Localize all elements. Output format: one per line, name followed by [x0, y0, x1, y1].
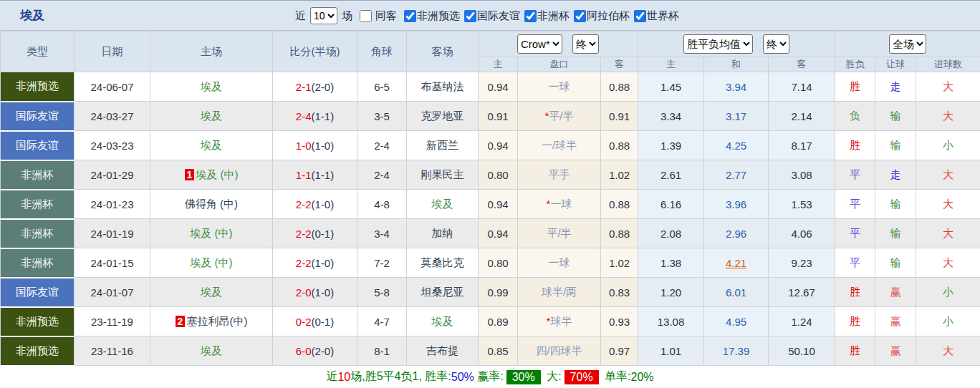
match-date: 24-06-07 [75, 72, 150, 102]
subcol-hcap-away: 客 [601, 57, 638, 72]
col-header-score: 比分(半场) [273, 31, 357, 72]
col-header-type: 类型 [1, 31, 75, 72]
handicap-home-odds: 0.94 [479, 190, 518, 219]
odds-type-select[interactable]: 胜平负均值 [683, 34, 753, 54]
corner-score: 7-2 [357, 248, 407, 278]
table-row: 非洲杯 24-01-15 埃及 (中) 2-2(1-0) 7-2 莫桑比克 0.… [1, 248, 980, 278]
rank-badge: 1 [185, 169, 195, 180]
subcol-odds-draw: 和 [704, 57, 769, 72]
subcol-goals: 进球数 [916, 57, 980, 72]
filter-friendly-label: 国际友谊 [477, 9, 520, 23]
subcol-odds-home: 主 [638, 57, 704, 72]
handicap-result-cell: 赢 [875, 336, 916, 366]
odds-away: 50.10 [769, 336, 835, 366]
filter-world-cup-checkbox[interactable] [634, 10, 646, 22]
handicap-home-odds: 0.80 [479, 160, 518, 190]
scope-select-cell: 全场 [835, 31, 980, 57]
odds-home: 13.08 [638, 307, 704, 336]
handicap-line: *球半 [518, 307, 601, 336]
handicap-line: 球半/两 [518, 278, 601, 307]
home-team: 埃及 (中) [150, 219, 273, 248]
company-period-select[interactable]: 终 [572, 34, 599, 54]
result-cell: 胜 [835, 336, 875, 366]
goals-cell: 小 [916, 131, 980, 160]
match-score: 2-1(2-0) [273, 72, 357, 102]
odds-away: 1.53 [769, 190, 835, 219]
filter-africa-cup-checkbox[interactable] [524, 10, 537, 22]
profit-rate-badge: 30% [506, 370, 541, 384]
result-cell: 胜 [835, 72, 875, 102]
match-score: 6-0(2-0) [273, 336, 357, 366]
odds-draw: 3.96 [704, 190, 769, 219]
handicap-line: *平/半 [518, 102, 601, 131]
recent-count-select[interactable]: 10 [310, 7, 337, 24]
match-score: 0-2(0-1) [273, 307, 357, 336]
match-date: 24-01-07 [75, 278, 150, 307]
goals-cell: 大 [916, 160, 980, 190]
odds-home: 6.16 [638, 190, 704, 219]
filter-africa-cup-label: 非洲杯 [537, 9, 570, 23]
scope-select[interactable]: 全场 [889, 34, 926, 54]
away-team: 刚果民主 [407, 160, 479, 190]
col-header-corner: 角球 [357, 31, 407, 72]
recent-label: 近 [295, 9, 306, 23]
odds-away: 4.06 [769, 219, 835, 248]
filter-world-cup-label: 世界杯 [647, 9, 679, 23]
odds-away: 3.08 [769, 160, 835, 190]
match-date: 24-01-23 [75, 190, 150, 219]
filter-africa-qual-group: 非洲预选 [400, 9, 460, 23]
away-team: 坦桑尼亚 [407, 278, 479, 307]
subcol-hcap: 盘口 [518, 57, 601, 72]
match-date: 23-11-19 [75, 307, 150, 336]
away-team: 加纳 [407, 219, 479, 248]
handicap-away-odds: 0.93 [601, 307, 638, 336]
match-date: 24-03-27 [75, 102, 150, 131]
filter-friendly-checkbox[interactable] [464, 10, 476, 22]
same-away-checkbox[interactable] [360, 10, 372, 22]
col-header-date: 日期 [75, 31, 150, 72]
handicap-result-cell: 赢 [875, 307, 916, 336]
match-type-badge: 国际友谊 [1, 102, 75, 131]
handicap-result-cell: 输 [875, 248, 916, 278]
summary-count: 10 [337, 371, 350, 384]
filter-arab-cup-checkbox[interactable] [574, 10, 586, 22]
home-team: 埃及 [150, 102, 273, 131]
odds-draw-highlighted[interactable]: 4.21 [704, 248, 769, 278]
handicap-away-odds: 1.02 [601, 160, 638, 190]
odds-period-select[interactable]: 终 [763, 34, 789, 54]
rank-badge: 2 [176, 316, 186, 327]
odds-away: 2.14 [769, 102, 835, 131]
away-team: 埃及 [407, 190, 479, 219]
subcol-hcap-result: 让球 [875, 57, 916, 72]
goals-cell: 小 [916, 307, 980, 336]
match-type-badge: 非洲预选 [1, 72, 75, 102]
match-score: 2-2(1-0) [273, 190, 357, 219]
result-cell: 平 [835, 248, 875, 278]
handicap-home-odds: 0.85 [479, 336, 518, 366]
handicap-result-cell: 输 [875, 102, 916, 131]
table-row: 国际友谊 24-03-27 埃及 2-4(1-1) 3-5 克罗地亚 0.91 … [1, 102, 980, 131]
odds-draw: 2.96 [704, 219, 769, 248]
match-score: 2-4(1-1) [273, 102, 357, 131]
company-select[interactable]: Crow* [517, 34, 562, 54]
home-team: 1埃及 (中) [150, 160, 273, 190]
big-rate-badge: 70% [565, 370, 599, 384]
corner-score: 2-4 [357, 131, 407, 160]
handicap-line: 四/四球半 [518, 336, 601, 366]
filter-africa-qual-checkbox[interactable] [404, 10, 416, 22]
goals-cell: 小 [916, 278, 980, 307]
corner-score: 2-4 [357, 160, 407, 190]
match-type-badge: 非洲预选 [1, 307, 75, 336]
home-team: 埃及 (中) [150, 248, 273, 278]
match-type-badge: 非洲杯 [1, 219, 75, 248]
table-row: 国际友谊 24-01-07 埃及 2-0(1-0) 5-8 坦桑尼亚 0.99 … [1, 278, 980, 307]
summary-record: 场,胜5平4负1, [350, 369, 425, 384]
handicap-home-odds: 0.89 [479, 307, 518, 336]
odds-away: 7.14 [769, 72, 835, 102]
home-team: 2塞拉利昂(中) [150, 307, 273, 336]
goals-cell: 大 [916, 248, 980, 278]
handicap-away-odds: 0.88 [601, 219, 638, 248]
win-rate-value: 50% [451, 371, 474, 384]
corner-score: 5-8 [357, 278, 407, 307]
odds-draw: 17.39 [704, 336, 769, 366]
